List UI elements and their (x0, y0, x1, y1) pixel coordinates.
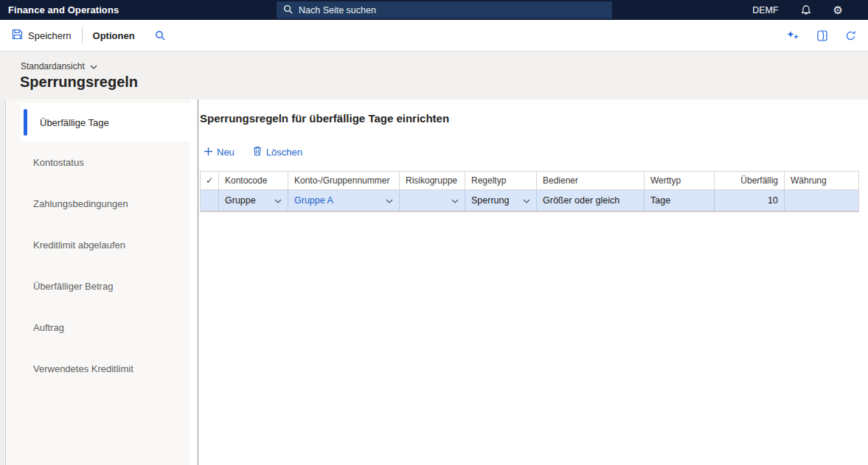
grid-header-row: ✓ Kontocode Konto-/Gruppennummer Risikog… (201, 172, 858, 190)
section-title: Sperrungsregeln für überfällige Tage ein… (200, 112, 449, 125)
vertical-tab-list: Überfällige Tage Kontostatus Zahlungsbed… (7, 99, 190, 465)
inactive-tab-list: Kontostatus Zahlungsbedingungen Kreditli… (21, 141, 190, 389)
delete-button[interactable]: Löschen (253, 146, 302, 158)
cell-value: 10 (768, 195, 778, 206)
copilot-sparkles-icon[interactable] (787, 30, 799, 41)
save-button-label: Speichern (28, 30, 72, 41)
column-header-ueberfaellig[interactable]: Überfällig (715, 172, 785, 189)
view-selector-label: Standardansicht (21, 61, 85, 71)
tab-label: Kreditlimit abgelaufen (33, 240, 125, 251)
view-selector[interactable]: Standardansicht (21, 61, 97, 71)
delete-button-label: Löschen (266, 147, 302, 158)
cell-werttyp[interactable]: Tage (645, 190, 715, 211)
column-header-regeltyp[interactable]: Regeltyp (465, 172, 537, 189)
page-title: Sperrungsregeln (20, 74, 138, 91)
collapsed-nav-rail (0, 99, 6, 465)
save-button[interactable]: Speichern (12, 29, 72, 42)
options-menu-button[interactable]: Optionen (93, 30, 135, 41)
tab-auftrag[interactable]: Auftrag (21, 307, 190, 348)
new-button[interactable]: Neu (204, 147, 235, 158)
cell-kontocode-dropdown[interactable]: Gruppe (219, 190, 288, 211)
active-tab-accent-bar (24, 109, 27, 136)
cell-risikogruppe-dropdown[interactable] (400, 190, 465, 211)
chevron-down-icon (523, 195, 530, 206)
plus-icon (204, 147, 212, 158)
tab-kreditlimit-abgelaufen[interactable]: Kreditlimit abgelaufen (21, 224, 190, 265)
toolbar-right-group (787, 30, 868, 41)
search-icon (283, 4, 293, 17)
tab-kontostatus[interactable]: Kontostatus (21, 141, 190, 183)
tab-verwendetes-kreditlimit[interactable]: Verwendetes Kreditlimit (21, 348, 190, 389)
chevron-down-icon (386, 195, 393, 206)
global-search-box[interactable] (277, 1, 612, 18)
action-pane: Speichern Optionen (0, 20, 868, 52)
main-area: Überfällige Tage Kontostatus Zahlungsbed… (0, 99, 868, 465)
table-row[interactable]: Gruppe Gruppe A (201, 190, 858, 211)
row-select-cell[interactable] (201, 190, 219, 211)
page-header: Standardansicht Sperrungsregeln (0, 52, 868, 99)
options-button-label: Optionen (93, 30, 135, 41)
cell-ueberfaellig[interactable]: 10 (715, 190, 785, 211)
cell-konto-gruppennummer-lookup[interactable]: Gruppe A (288, 190, 400, 211)
chevron-down-icon (451, 195, 459, 206)
cell-waehrung[interactable] (785, 190, 858, 211)
open-in-office-icon[interactable] (817, 30, 827, 41)
tab-zahlungsbedingungen[interactable]: Zahlungsbedingungen (21, 183, 190, 224)
chevron-down-icon (274, 195, 282, 206)
toolbar-divider (82, 27, 83, 43)
save-icon (12, 29, 23, 42)
notifications-bell-icon[interactable] (801, 4, 811, 16)
cell-value: Gruppe (225, 195, 256, 206)
grid-action-bar: Neu Löschen (204, 146, 302, 158)
tab-label: Auftrag (33, 322, 64, 333)
app-title: Finance and Operations (8, 4, 119, 15)
tab-label: Überfälliger Betrag (33, 281, 113, 292)
column-header-waehrung[interactable]: Währung (785, 172, 858, 189)
top-navigation-bar: Finance and Operations DEMF ⚙ (0, 0, 868, 20)
cell-value: Tage (650, 195, 670, 206)
settings-gear-icon[interactable]: ⚙ (833, 4, 843, 15)
refresh-icon[interactable] (845, 30, 856, 41)
content-pane: Sperrungsregeln für überfällige Tage ein… (199, 99, 868, 465)
rules-grid: ✓ Kontocode Konto-/Gruppennummer Risikog… (200, 171, 859, 212)
search-input[interactable] (299, 5, 605, 15)
checkmark-icon: ✓ (206, 175, 213, 186)
tab-label: Überfällige Tage (40, 117, 109, 128)
column-header-werttyp[interactable]: Werttyp (645, 172, 715, 189)
chevron-down-icon (90, 61, 97, 71)
cell-value: Sperrung (471, 195, 509, 206)
new-button-label: Neu (217, 147, 235, 158)
cell-regeltyp-dropdown[interactable]: Sperrung (465, 190, 537, 211)
tab-label: Verwendetes Kreditlimit (33, 363, 133, 374)
trash-icon (253, 146, 262, 158)
company-picker[interactable]: DEMF (752, 5, 778, 15)
app-window: Finance and Operations DEMF ⚙ (0, 0, 868, 465)
tab-label: Zahlungsbedingungen (33, 198, 128, 209)
column-header-bediener[interactable]: Bediener (537, 172, 645, 189)
toolbar-search-icon[interactable] (155, 30, 165, 41)
select-all-column-header[interactable]: ✓ (201, 172, 219, 189)
cell-bediener[interactable]: Größer oder gleich (537, 190, 645, 211)
cell-value: Größer oder gleich (543, 195, 619, 206)
pane-splitter[interactable] (198, 99, 198, 465)
cell-value-link[interactable]: Gruppe A (294, 195, 333, 206)
column-header-risikogruppe[interactable]: Risikogruppe (400, 172, 465, 189)
column-header-kontocode[interactable]: Kontocode (219, 172, 288, 189)
tab-ueberfaellige-tage[interactable]: Überfällige Tage (21, 103, 190, 141)
column-header-konto-gruppennummer[interactable]: Konto-/Gruppennummer (288, 172, 400, 189)
topbar-right-group: DEMF ⚙ (752, 0, 868, 20)
tab-label: Kontostatus (33, 157, 84, 168)
tab-ueberfaelliger-betrag[interactable]: Überfälliger Betrag (21, 265, 190, 307)
